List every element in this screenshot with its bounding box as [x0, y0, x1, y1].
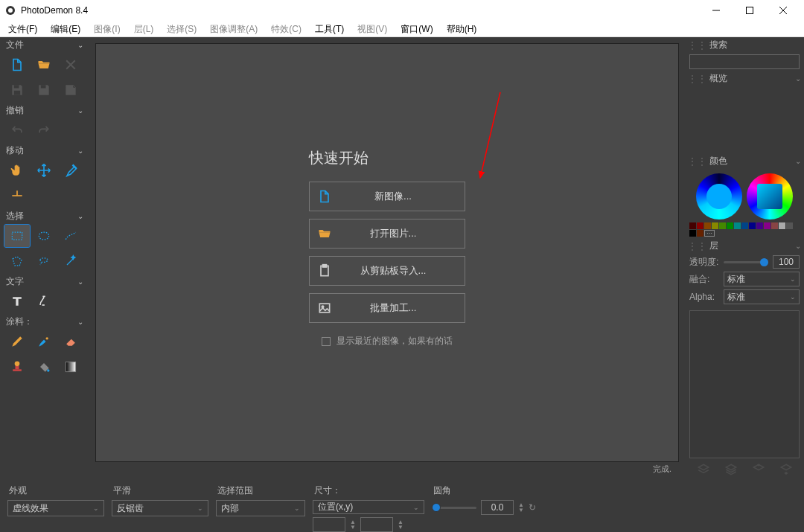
menu-layer[interactable]: 层(L) — [127, 21, 161, 37]
swatch[interactable] — [764, 222, 770, 229]
stamp-tool-icon[interactable] — [4, 356, 30, 378]
menu-image[interactable]: 图像(I) — [87, 21, 127, 37]
chevron-down-icon[interactable]: ⌄ — [77, 318, 83, 326]
blend-dropdown[interactable]: 标准⌄ — [724, 272, 800, 286]
swatch[interactable] — [786, 222, 793, 229]
ellipse-select-icon[interactable] — [31, 225, 57, 247]
layer-up-icon[interactable] — [752, 463, 765, 478]
menu-tool[interactable]: 工具(T) — [308, 21, 351, 37]
swatch[interactable] — [704, 222, 711, 229]
batch-process-button[interactable]: 批量加工... — [309, 293, 465, 323]
spinner-icon[interactable]: ▲▼ — [398, 517, 403, 532]
line-select-icon[interactable] — [58, 225, 83, 247]
range-dropdown[interactable]: 内部⌄ — [216, 500, 305, 516]
layer-add-icon[interactable] — [697, 463, 710, 478]
text-path-icon[interactable] — [31, 290, 57, 313]
new-image-button[interactable]: 新图像... — [309, 182, 465, 211]
layer-list[interactable] — [689, 310, 800, 458]
range-label: 选择范围 — [216, 484, 305, 497]
swatch[interactable] — [741, 222, 748, 229]
fill-tool-icon[interactable] — [31, 356, 57, 378]
appearance-label: 外观 — [7, 484, 104, 497]
text-tool-icon[interactable] — [4, 290, 30, 313]
menu-file[interactable]: 文件(F) — [1, 21, 44, 37]
swatch[interactable] — [749, 222, 756, 229]
size-y-input[interactable] — [360, 517, 393, 532]
swatch-more[interactable]: ⋯ — [704, 230, 715, 237]
smooth-dropdown[interactable]: 反锯齿⌄ — [112, 500, 208, 516]
menu-view[interactable]: 视图(V) — [351, 21, 394, 37]
new-file-icon[interactable] — [4, 54, 30, 76]
swatch[interactable] — [689, 222, 696, 229]
move-tool-icon[interactable] — [31, 159, 57, 182]
size-x-input[interactable] — [313, 517, 345, 532]
minimize-button[interactable] — [699, 0, 733, 21]
opacity-input[interactable] — [773, 255, 800, 269]
chevron-down-icon[interactable]: ⌄ — [77, 278, 83, 286]
export-icon[interactable] — [58, 79, 83, 101]
swatch[interactable] — [734, 222, 741, 229]
close-file-icon[interactable] — [58, 54, 83, 76]
wand-select-icon[interactable] — [58, 250, 83, 272]
measure-tool-icon[interactable] — [4, 185, 30, 207]
gradient-tool-icon[interactable] — [58, 356, 83, 378]
chevron-down-icon[interactable]: ⌄ — [77, 212, 83, 220]
menu-select[interactable]: 选择(S) — [160, 21, 203, 37]
chevron-down-icon[interactable]: ⌄ — [77, 41, 83, 49]
save-as-icon[interactable] — [31, 79, 57, 101]
maximize-button[interactable] — [733, 0, 766, 21]
swatch[interactable] — [697, 230, 704, 237]
chevron-down-icon[interactable]: ⌄ — [795, 157, 801, 165]
swatch[interactable] — [771, 222, 778, 229]
layer-down-icon[interactable] — [779, 463, 793, 478]
undo-icon[interactable] — [4, 119, 30, 141]
swatch[interactable] — [689, 230, 696, 237]
open-image-button[interactable]: 打开图片... — [309, 219, 465, 249]
menu-window[interactable]: 窗口(W) — [394, 21, 439, 37]
hand-tool-icon[interactable] — [4, 159, 30, 182]
menu-help[interactable]: 帮助(H) — [440, 21, 484, 37]
corner-input[interactable] — [481, 500, 514, 515]
corner-slider[interactable] — [432, 507, 476, 509]
swatch[interactable] — [712, 222, 718, 229]
brush-tool-icon[interactable] — [31, 330, 57, 353]
size-dropdown[interactable]: 位置(x,y)⌄ — [313, 500, 424, 514]
eraser-tool-icon[interactable] — [58, 330, 83, 353]
saturation-wheel[interactable] — [696, 173, 742, 219]
menu-effect[interactable]: 特效(C) — [264, 21, 308, 37]
poly-select-icon[interactable] — [4, 250, 30, 272]
color-swatches[interactable]: ⋯ — [685, 221, 804, 238]
search-input[interactable] — [689, 54, 800, 69]
section-move: 移动 — [6, 144, 24, 157]
reset-icon[interactable]: ↻ — [529, 502, 536, 513]
spinner-icon[interactable]: ▲▼ — [518, 502, 524, 513]
opacity-slider[interactable] — [724, 261, 768, 263]
eyedropper-icon[interactable] — [58, 159, 83, 182]
blend-label: 融合: — [689, 273, 719, 286]
chevron-down-icon[interactable]: ⌄ — [795, 242, 801, 250]
save-icon[interactable] — [4, 79, 30, 101]
alpha-dropdown[interactable]: 标准⌄ — [724, 289, 800, 304]
chevron-down-icon[interactable]: ⌄ — [795, 74, 801, 83]
redo-icon[interactable] — [31, 119, 57, 141]
rect-select-icon[interactable] — [4, 225, 30, 247]
layer-dup-icon[interactable] — [724, 463, 738, 478]
paste-import-button[interactable]: 从剪贴板导入... — [309, 256, 465, 286]
swatch[interactable] — [727, 222, 733, 229]
pencil-tool-icon[interactable] — [4, 330, 30, 353]
swatch[interactable] — [697, 222, 704, 229]
menu-edit[interactable]: 编辑(E) — [44, 21, 87, 37]
swatch[interactable] — [756, 222, 763, 229]
spinner-icon[interactable]: ▲▼ — [350, 517, 356, 532]
hue-wheel[interactable] — [747, 173, 793, 219]
chevron-down-icon[interactable]: ⌄ — [77, 106, 83, 115]
lasso-select-icon[interactable] — [31, 250, 57, 272]
show-recent-checkbox[interactable]: 显示最近的图像，如果有的话 — [322, 335, 453, 347]
swatch[interactable] — [719, 222, 726, 229]
appearance-dropdown[interactable]: 虚线效果⌄ — [7, 500, 104, 516]
chevron-down-icon[interactable]: ⌄ — [77, 147, 83, 155]
menu-adjust[interactable]: 图像调整(A) — [203, 21, 264, 37]
swatch[interactable] — [779, 222, 785, 229]
close-button[interactable] — [766, 0, 800, 21]
open-file-icon[interactable] — [31, 54, 57, 76]
